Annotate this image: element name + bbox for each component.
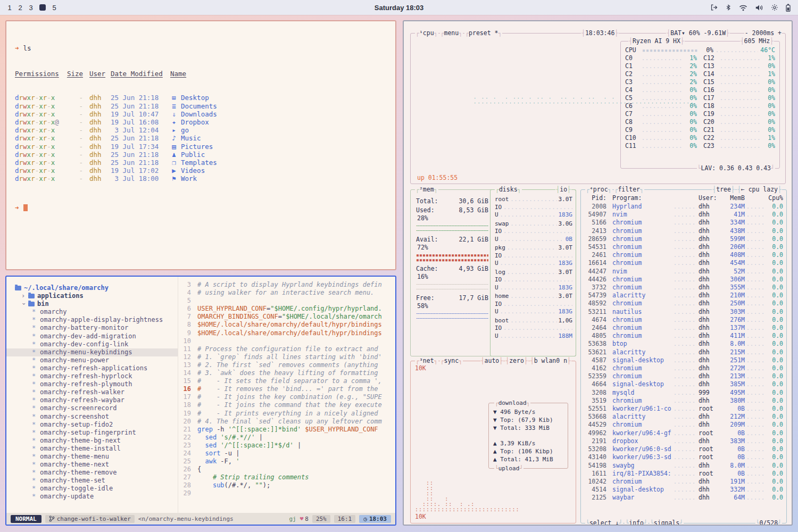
process-row[interactable]: 5166chromium............................… [584,219,783,227]
process-row[interactable]: 2125waybar..............................… [584,494,783,502]
tree-file-item[interactable]: *omarchy-theme-menu [6,453,178,461]
battery-icon[interactable] [786,4,791,12]
tree-file-item[interactable]: *omarchy-screenshot [6,413,178,421]
process-row[interactable]: 3732chromium............................… [584,284,783,292]
code-line[interactable]: 17# - It joins the key combination (e.g.… [178,393,395,401]
process-row[interactable]: 4674chromium............................… [584,316,783,324]
process-row[interactable]: 52551kworker/u96:1-co...................… [584,405,783,413]
process-row[interactable]: 4514signal-desktop......................… [584,486,783,494]
proc-footer-signals[interactable]: signals [650,519,684,526]
code-line[interactable]: 6USER_HYPRLAND_CONF="$HOME/.config/hypr/… [178,305,395,313]
code-line[interactable]: 19# - It prints everything in a nicely a… [178,410,395,418]
proc-tab-0[interactable]: ⁴proc [585,186,612,194]
code-line[interactable]: 21grep -h '^[[:space:]]*bind' $USER_HYPR… [178,426,395,434]
process-row[interactable]: 53621alacritty..........................… [584,348,783,356]
tree-file-item[interactable]: *omarchy-update [6,493,178,501]
volume-icon[interactable] [755,4,763,11]
file-name[interactable]: ⇓Downloads [170,110,387,118]
process-row[interactable]: 2461chromium............................… [584,251,783,259]
code-line[interactable]: 8$HOME/.local/share/omarchy/default/hypr… [178,321,395,329]
process-row[interactable]: 54907nvim...............................… [584,211,783,219]
process-row[interactable]: 4664signal-desktop......................… [584,380,783,388]
process-row[interactable]: 49962kworker/u96:4-gf...................… [584,429,783,437]
process-row[interactable]: 2413chromium............................… [584,227,783,235]
workspace-item-3[interactable]: 3 [29,4,33,12]
code-line[interactable]: 24 sort -u | [178,450,395,458]
tree-file-item[interactable]: *omarchy-battery-monitor [6,324,178,332]
file-name[interactable]: ❐Templates [170,159,387,167]
code-line[interactable]: 12# 1. `grep` finds all lines starting w… [178,353,395,361]
cpu-tab-1[interactable]: menu [440,29,463,37]
terminal-prompt-line-2[interactable]: ➜ [15,204,387,212]
process-row[interactable]: 53668alacritty..........................… [584,413,783,421]
tree-root[interactable]: ~/.local/share/omarchy [6,284,178,292]
tree-file-item[interactable]: *omarchy-menu-power [6,356,178,364]
proc-tab-1[interactable]: filter [614,186,644,194]
code-line[interactable]: 26{ [178,466,395,473]
wifi-icon[interactable] [739,4,747,11]
net-toggle-auto[interactable]: auto [480,357,504,365]
process-row[interactable]: 44247nvim...............................… [584,268,783,276]
process-row[interactable]: 1611irq/81-PIXA3854:....................… [584,470,783,478]
tree-file-item[interactable]: *omarchy-theme-next [6,461,178,469]
tree-file-item[interactable]: *omarchy-menu-keybindings [6,348,178,356]
net-toggle-zero[interactable]: zero [505,357,528,365]
logout-icon[interactable] [710,4,718,11]
code-line[interactable]: 22 sed 's/#.*//' | [178,434,395,442]
tree-file-item[interactable]: *omarchy-setup-fingerprint [6,429,178,437]
tree-file-item[interactable]: *omarchy-screenrecord [6,404,178,412]
net-tab-net[interactable]: ³net [415,357,438,365]
code-line[interactable]: 9$HOME/.local/share/omarchy/default/hypr… [178,329,395,337]
code-line[interactable]: 27 # Strip trailing comments [178,473,395,481]
file-name[interactable]: ▸go [170,126,387,134]
file-name[interactable]: ♟Public [170,151,387,159]
cpu-tab-0[interactable]: ¹cpu [415,29,438,37]
code-line[interactable]: 25 awk -F, ' [178,458,395,466]
process-row[interactable]: 4587signal-desktop......................… [584,356,783,364]
process-row[interactable]: 10242chromium...........................… [584,478,783,486]
file-name[interactable]: ▤Pictures [170,143,387,151]
process-row[interactable]: 54531chromium...........................… [584,243,783,251]
code-line[interactable]: 18# - It joins the command that the key … [178,401,395,409]
code-line[interactable]: 7OMARCHY_BINDINGS_CONF="$HOME/.local/sha… [178,313,395,321]
process-row[interactable]: 4162chromium............................… [584,364,783,372]
tree-file-item[interactable]: *omarchy-theme-set [6,477,178,485]
code-line[interactable]: 15# - It sets the field separator to a c… [178,377,395,385]
tree-file-item[interactable]: *omarchy-dev-add-migration [6,332,178,340]
process-row[interactable]: 53208kworker/u96:0-sd...................… [584,445,783,453]
process-row[interactable]: 53211nautilus...........................… [584,308,783,316]
code-line[interactable]: 10 [178,337,395,345]
code-line[interactable]: 13# 2. The first `sed` removes comments … [178,361,395,369]
proc-control-1[interactable]: ← cpu lazy [737,186,782,194]
file-name[interactable]: ▶Videos [170,167,387,174]
code-line[interactable]: 29 [178,489,395,497]
tree-file-item[interactable]: *omarchy-refresh-walker [6,388,178,396]
process-row[interactable]: 52359chromium...........................… [584,372,783,380]
tree-file-item[interactable]: *omarchy-refresh-waybar [6,396,178,404]
tree-file-item[interactable]: *omarchy-theme-bg-next [6,437,178,445]
process-row[interactable]: 43140kworker/u96:3-sd...................… [584,453,783,461]
file-name[interactable]: ≣Documents [170,102,387,110]
process-row[interactable]: 44529chromium...........................… [584,421,783,429]
process-row[interactable]: 54739alacritty..........................… [584,292,783,300]
tree-file-item[interactable]: *omarchy-toggle-idle [6,485,178,493]
code-line[interactable]: 20# 4. The final `sed` cleans up any lef… [178,418,395,426]
code-editor[interactable]: 3# A script to display Hyprland keybindi… [178,277,395,513]
bluetooth-icon[interactable] [725,4,732,11]
tree-folder-bin[interactable]: ›bin [6,300,178,308]
update-interval-control[interactable]: - 2000ms + [744,29,782,37]
tree-file-item[interactable]: *omarchy-dev-config-link [6,340,178,348]
tree-file-item[interactable]: *omarchy-setup-fido2 [6,421,178,429]
file-name[interactable]: ⊞Desktop [170,94,387,102]
terminal-prompt-line[interactable]: ➜ ls [15,44,387,52]
code-line[interactable]: 3# A script to display Hyprland keybindi… [178,281,395,289]
code-line[interactable]: 14# 3. `awk` does the heavy lifting of f… [178,369,395,377]
process-row[interactable]: 2191dropbox.............................… [584,437,783,445]
code-line[interactable]: 5 [178,297,395,305]
code-line[interactable]: 23 sed '/^[[:space:]]*$/d' | [178,442,395,450]
proc-footer-select[interactable]: select ↓ [585,519,623,526]
code-line[interactable]: 11# Process the configuration file to ex… [178,345,395,353]
cpu-tab-2[interactable]: preset * [464,29,502,37]
file-name[interactable]: ⚑Work [170,174,387,182]
tree-file-item[interactable]: *omarchy-theme-remove [6,469,178,477]
